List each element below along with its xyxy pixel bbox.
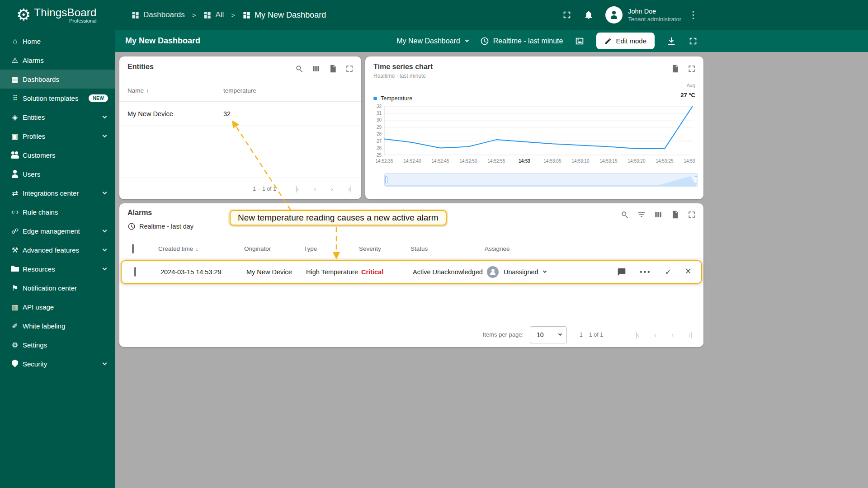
svg-text:14:53: 14:53 [519, 159, 530, 164]
sidebar-item-dashboards[interactable]: ▦Dashboards [0, 70, 115, 89]
dashboard-grid-icon [242, 11, 251, 19]
svg-text:32: 32 [377, 104, 382, 109]
last-page-button[interactable]: ›| [348, 185, 351, 192]
breadcrumb-label: All [215, 10, 224, 19]
sidebar-item-rule-chains[interactable]: ‹·›Rule chains [0, 202, 115, 221]
comment-icon[interactable] [617, 267, 626, 277]
sidebar-item-integrations-center[interactable]: ⇄Integrations center [0, 183, 115, 202]
fullscreen-icon[interactable] [687, 64, 696, 73]
sidebar-item-solution-templates[interactable]: ⠿Solution templatesNEW [0, 89, 115, 108]
sidebar-item-home[interactable]: ⌂Home [0, 32, 115, 51]
range-right-handle[interactable] [695, 176, 697, 183]
column-status[interactable]: Status [410, 245, 485, 252]
column-severity[interactable]: Severity [359, 245, 410, 252]
fullscreen-icon[interactable] [687, 210, 696, 219]
settings-icon: ⚙ [10, 340, 20, 350]
alarms-timewindow-button[interactable]: Realtime - last day [127, 222, 193, 230]
user-avatar[interactable] [605, 6, 623, 23]
clear-alarm-icon[interactable]: × [685, 266, 691, 277]
sidebar-item-label: Rule chains [23, 208, 58, 216]
search-icon[interactable] [620, 210, 629, 219]
entities-table-row[interactable]: My New Device 32 [119, 102, 361, 126]
filter-icon[interactable] [637, 210, 646, 219]
export-icon[interactable] [670, 210, 679, 219]
sidebar-item-resources[interactable]: Resources [0, 259, 115, 278]
fullscreen-icon[interactable] [688, 36, 698, 46]
search-icon[interactable] [295, 64, 304, 73]
sidebar-item-advanced-features[interactable]: ⚒Advanced features [0, 240, 115, 259]
sidebar-item-entities[interactable]: ◈Entities [0, 108, 115, 127]
sidebar-item-label: Notification center [23, 284, 77, 292]
user-name: John Doe [628, 8, 681, 15]
sidebar-item-label: Profiles [23, 132, 45, 140]
column-originator[interactable]: Originator [244, 245, 304, 252]
sidebar-item-customers[interactable]: Customers [0, 145, 115, 164]
dashboard-selector[interactable]: My New Dashboard [396, 37, 468, 45]
sidebar-item-api-usage[interactable]: ▥API usage [0, 297, 115, 316]
svg-text:26: 26 [377, 145, 382, 150]
download-icon[interactable] [666, 36, 676, 46]
sidebar-item-label: Advanced features [23, 246, 79, 254]
prev-page-button[interactable]: ‹ [654, 331, 656, 338]
alarm-originator: My New Device [246, 268, 306, 276]
svg-text:29: 29 [377, 125, 382, 130]
edit-mode-button[interactable]: Edit mode [596, 33, 655, 49]
column-header-name[interactable]: Name ↑ [127, 87, 223, 94]
sidebar-item-settings[interactable]: ⚙Settings [0, 335, 115, 354]
column-type[interactable]: Type [304, 245, 359, 252]
column-assignee[interactable]: Assignee [485, 245, 615, 252]
breadcrumb-item-1[interactable]: Dashboards [131, 10, 185, 19]
items-per-page-select[interactable]: 10 [530, 326, 567, 343]
sidebar-item-users[interactable]: Users [0, 164, 115, 183]
advanced-icon: ⚒ [10, 245, 20, 255]
column-created-time[interactable]: Created time ↓ [158, 245, 244, 252]
kebab-menu-icon[interactable]: ⋮ [689, 9, 698, 20]
home-icon: ⌂ [10, 36, 20, 46]
more-actions-icon[interactable]: ••• [640, 268, 651, 276]
export-icon[interactable] [328, 64, 337, 73]
first-page-button[interactable]: |‹ [295, 185, 298, 192]
alarm-assignee-select[interactable]: Unassigned [487, 266, 617, 278]
temperature-value-cell: 32 [223, 110, 361, 117]
next-page-button[interactable]: › [671, 331, 673, 338]
chart-range-selector[interactable] [384, 173, 698, 187]
alarm-row-highlighted[interactable]: 2024-03-15 14:53:29 My New Device High T… [121, 260, 702, 284]
export-icon[interactable] [670, 64, 679, 73]
fullscreen-icon[interactable] [345, 64, 354, 73]
column-header-temperature[interactable]: temperature [223, 87, 361, 94]
last-page-button[interactable]: ›| [689, 331, 692, 338]
timewindow-button[interactable]: Realtime - last minute [480, 37, 563, 46]
sidebar-item-label: Home [23, 38, 41, 45]
breadcrumb-item-3[interactable]: My New Dashboard [242, 10, 326, 20]
columns-icon[interactable] [654, 210, 663, 219]
thingsboard-gear-icon: ⚙ [16, 7, 31, 23]
breadcrumb-item-2[interactable]: All [203, 10, 224, 19]
first-page-button[interactable]: |‹ [636, 331, 639, 338]
columns-icon[interactable] [311, 64, 321, 73]
entities-table-header: Name ↑ temperature [119, 80, 361, 102]
sidebar-item-security[interactable]: Security [0, 354, 115, 373]
image-gallery-icon[interactable] [575, 36, 585, 46]
next-page-button[interactable]: › [331, 185, 333, 192]
notifications-bell-icon[interactable] [584, 10, 594, 20]
white-labeling-icon: ✐ [10, 321, 20, 331]
sidebar-item-profiles[interactable]: ▣Profiles [0, 127, 115, 145]
sidebar-item-label: Integrations center [23, 189, 79, 197]
sidebar-item-notification-center[interactable]: ⚑Notification center [0, 278, 115, 297]
chevron-down-icon [103, 114, 107, 119]
alarm-created-time: 2024-03-15 14:53:29 [160, 268, 246, 276]
sidebar-item-white-labeling[interactable]: ✐White labeling [0, 316, 115, 335]
acknowledge-icon[interactable]: ✓ [665, 267, 672, 277]
chart-legend[interactable]: Temperature [373, 95, 412, 102]
sidebar-item-alarms[interactable]: ⚠Alarms [0, 51, 115, 70]
aggregation-block: Avg 27 °C [680, 83, 695, 99]
user-menu[interactable]: John Doe Tenant administrator [628, 8, 681, 23]
prev-page-button[interactable]: ‹ [314, 185, 316, 192]
sidebar-item-edge-management[interactable]: ☍Edge management [0, 221, 115, 240]
brand-logo[interactable]: ⚙ ThingsBoard Professional [0, 0, 115, 30]
fullscreen-icon[interactable] [562, 10, 572, 20]
range-left-handle[interactable] [385, 176, 387, 183]
alarms-widget-actions [620, 210, 696, 219]
select-all-checkbox[interactable] [132, 244, 134, 253]
row-checkbox[interactable] [134, 267, 136, 277]
